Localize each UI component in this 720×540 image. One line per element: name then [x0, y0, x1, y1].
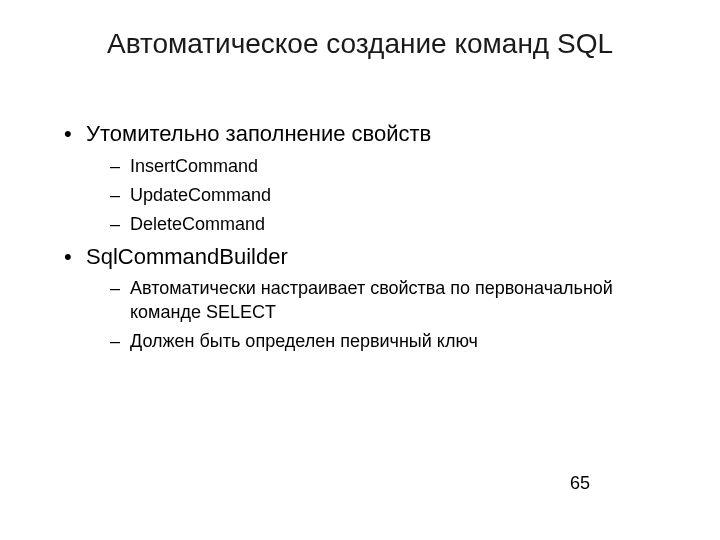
bullet-text: SqlCommandBuilder: [86, 244, 288, 269]
list-item: UpdateCommand: [86, 184, 660, 207]
list-item: Утомительно заполнение свойств InsertCom…: [60, 120, 660, 237]
list-item: Автоматически настраивает свойства по пе…: [86, 277, 660, 324]
bullet-text: UpdateCommand: [130, 185, 271, 205]
sub-list: InsertCommand UpdateCommand DeleteComman…: [86, 155, 660, 237]
slide-title: Автоматическое создание команд SQL: [60, 28, 660, 60]
bullet-text: Автоматически настраивает свойства по пе…: [130, 278, 613, 321]
page-number: 65: [570, 473, 590, 494]
list-item: SqlCommandBuilder Автоматически настраив…: [60, 243, 660, 354]
bullet-text: Должен быть определен первичный ключ: [130, 331, 478, 351]
slide: Автоматическое создание команд SQL Утоми…: [0, 0, 720, 540]
list-item: DeleteCommand: [86, 213, 660, 236]
bullet-text: DeleteCommand: [130, 214, 265, 234]
sub-list: Автоматически настраивает свойства по пе…: [86, 277, 660, 353]
bullet-list: Утомительно заполнение свойств InsertCom…: [60, 120, 660, 354]
list-item: Должен быть определен первичный ключ: [86, 330, 660, 353]
list-item: InsertCommand: [86, 155, 660, 178]
bullet-text: Утомительно заполнение свойств: [86, 121, 431, 146]
bullet-text: InsertCommand: [130, 156, 258, 176]
